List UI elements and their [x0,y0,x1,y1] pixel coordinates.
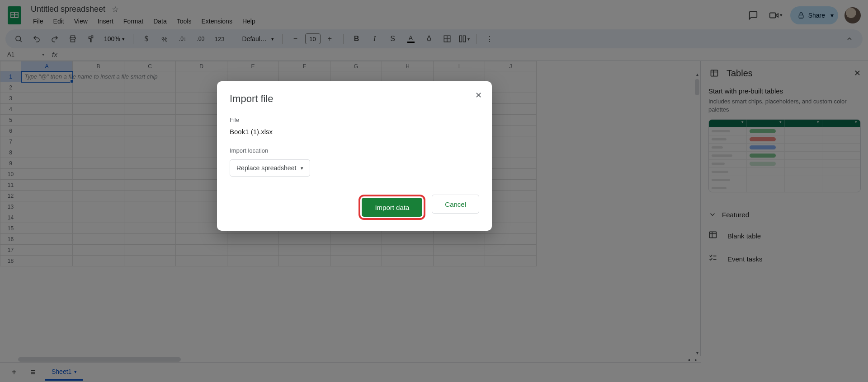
import-file-dialog: Import file ✕ File Book1 (1).xlsx Import… [217,81,492,231]
import-location-value: Replace spreadsheet [236,164,296,172]
import-data-button[interactable]: Import data [362,198,422,217]
annotation-highlight: Import data [359,195,425,220]
chevron-down-icon: ▾ [301,165,303,171]
close-dialog-icon[interactable]: ✕ [475,90,482,100]
import-location-select[interactable]: Replace spreadsheet ▾ [230,159,310,177]
dialog-title: Import file [230,93,479,105]
import-location-label: Import location [230,147,479,154]
file-name: Book1 (1).xlsx [230,128,479,135]
file-label: File [230,116,479,123]
cancel-button[interactable]: Cancel [432,195,479,214]
